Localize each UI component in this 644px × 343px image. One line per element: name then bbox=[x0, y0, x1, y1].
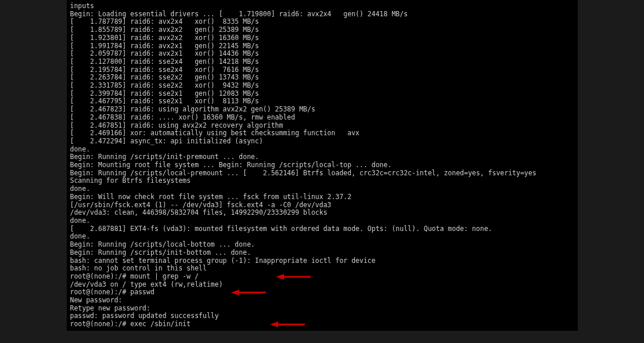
terminal-line: [ 2.472294] async_tx: api initialized (a… bbox=[70, 138, 574, 146]
terminal-line: Begin: Running /scripts/local-premount .… bbox=[70, 169, 574, 178]
terminal-line: Begin: Will now check root file system .… bbox=[70, 193, 574, 201]
terminal-line: /dev/vda3 on / type ext4 (rw,relatime) bbox=[70, 281, 574, 289]
terminal-line: [ 2.331785] raid6: sse2x2 xor() 9432 MB/… bbox=[70, 82, 574, 90]
terminal-line: root@(none):/# exec /sbin/init bbox=[70, 320, 574, 328]
terminal-line: [ 1.787789] raid6: avx2x4 xor() 8335 MB/… bbox=[70, 18, 574, 26]
terminal-line: [ 2.467838] raid6: .... xor() 16360 MB/s… bbox=[70, 114, 574, 122]
terminal-line: bash: no job control in this shell bbox=[70, 265, 574, 273]
terminal-line: [ 1.855789] raid6: avx2x2 gen() 25389 MB… bbox=[70, 26, 574, 34]
terminal-line: done. bbox=[70, 185, 574, 193]
terminal-line: Begin: Loading essential drivers ... [ 1… bbox=[70, 10, 574, 19]
terminal-line: [ 2.059787] raid6: avx2x1 xor() 14436 MB… bbox=[70, 50, 574, 58]
terminal-line: root@(none):/# passwd bbox=[70, 288, 574, 297]
terminal-line: [ 2.263784] raid6: sse2x2 gen() 13743 MB… bbox=[70, 74, 574, 82]
terminal-line: inputs bbox=[70, 2, 574, 10]
terminal-line: [ 2.467795] raid6: sse2x1 xor() 8113 MB/… bbox=[70, 98, 574, 106]
terminal-line: [ 2.467851] raid6: using avx2x2 recovery… bbox=[70, 122, 574, 130]
terminal-line: Begin: Running /scripts/init-bottom ... … bbox=[70, 249, 574, 257]
terminal-line: [ 1.923801] raid6: avx2x2 xor() 16360 MB… bbox=[70, 34, 574, 42]
terminal-line: done. bbox=[70, 146, 574, 154]
terminal-line: [/usr/sbin/fsck.ext4 (1) -- /dev/vda3] f… bbox=[70, 201, 574, 210]
terminal-line: bash: cannot set terminal process group … bbox=[70, 257, 574, 265]
terminal-line: [ 2.469166] xor: automatically using bes… bbox=[70, 129, 574, 138]
terminal-line: Begin: Mounting root file system ... Beg… bbox=[70, 161, 574, 169]
terminal-line: done. bbox=[70, 217, 574, 225]
terminal[interactable]: inputsBegin: Loading essential drivers .… bbox=[67, 0, 578, 331]
terminal-line: root@(none):/# mount | grep -w / bbox=[70, 273, 574, 281]
terminal-line: [ 2.399784] raid6: sse2x1 gen() 12083 MB… bbox=[70, 90, 574, 98]
terminal-line: [ 2.195784] raid6: sse2x4 xor() 7616 MB/… bbox=[70, 66, 574, 74]
terminal-line: Retype new password: bbox=[70, 305, 574, 313]
terminal-line: [ 2.687881] EXT4-fs (vda3): mounted file… bbox=[70, 225, 574, 233]
terminal-line: [ 2.467823] raid6: using algorithm avx2x… bbox=[70, 106, 574, 114]
terminal-line: done. bbox=[70, 233, 574, 241]
terminal-line: [ 2.127800] raid6: sse2x4 gen() 14218 MB… bbox=[70, 58, 574, 66]
terminal-line: New password: bbox=[70, 297, 574, 305]
terminal-line: [ 1.991784] raid6: avx2x1 gen() 22145 MB… bbox=[70, 42, 574, 50]
terminal-line: passwd: password updated successfully bbox=[70, 312, 574, 320]
terminal-line: /dev/vda3: clean, 446398/5832704 files, … bbox=[70, 209, 574, 217]
terminal-line: Begin: Running /scripts/init-premount ..… bbox=[70, 153, 574, 161]
terminal-line: Begin: Running /scripts/local-bottom ...… bbox=[70, 241, 574, 249]
terminal-line: Scanning for Btrfs filesystems bbox=[70, 177, 574, 185]
